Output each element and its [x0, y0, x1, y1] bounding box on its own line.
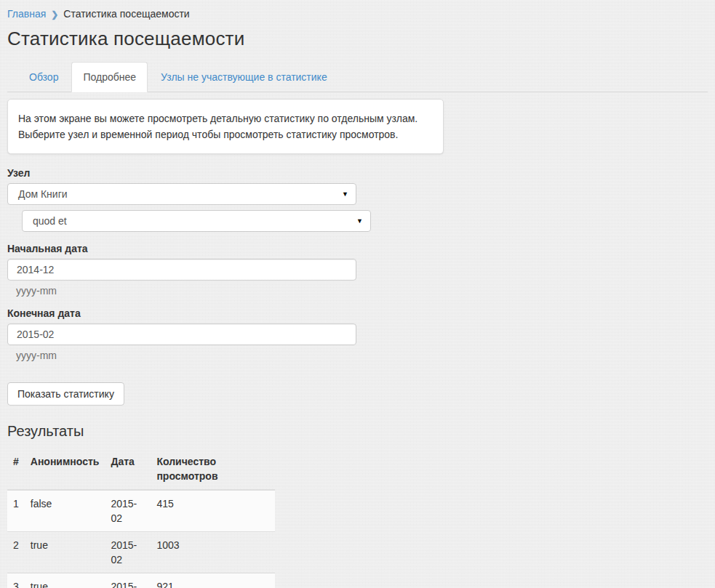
breadcrumb-home-link[interactable]: Главная	[7, 8, 46, 20]
start-date-group: Начальная дата yyyy-mm	[7, 243, 708, 297]
table-header-row: # Анонимность Дата Количество просмотров	[7, 448, 275, 490]
results-table-body: 1false2015-024152true2015-0210033true201…	[7, 490, 275, 588]
info-box-line1: На этом экране вы можете просмотреть дет…	[18, 110, 433, 126]
table-cell: 2015-02	[105, 490, 151, 532]
subnode-select[interactable]: quod et ▼	[22, 210, 371, 232]
table-cell: 3	[7, 573, 25, 588]
subnode-select-value: quod et	[33, 215, 67, 227]
tab-excluded-nodes[interactable]: Узлы не участвующие в статистике	[149, 62, 339, 92]
chevron-right-icon: ❯	[51, 9, 58, 20]
chevron-down-icon: ▼	[356, 211, 363, 231]
table-row: 2true2015-021003	[7, 532, 275, 573]
info-box: На этом экране вы можете просмотреть дет…	[7, 99, 444, 154]
table-row: 3true2015-01921	[7, 573, 275, 588]
header-anonymity: Анонимность	[25, 448, 105, 490]
tab-overview-link[interactable]: Обзор	[17, 62, 70, 92]
info-box-line2: Выберите узел и временной период чтобы п…	[18, 126, 433, 142]
chevron-down-icon: ▼	[342, 184, 348, 204]
table-row: 1false2015-02415	[7, 490, 275, 532]
page: Главная❯Статистика посещаемости Статисти…	[0, 0, 715, 588]
tab-details-link[interactable]: Подробнее	[71, 62, 148, 92]
header-view-count: Количество просмотров	[151, 448, 275, 490]
table-cell: false	[25, 490, 105, 532]
table-cell: 1	[7, 490, 25, 532]
tab-excluded-nodes-link[interactable]: Узлы не участвующие в статистике	[149, 62, 339, 92]
show-statistics-button[interactable]: Показать статистику	[7, 382, 124, 406]
breadcrumb: Главная❯Статистика посещаемости	[7, 8, 708, 20]
table-cell: 2015-01	[105, 573, 151, 588]
node-label: Узел	[7, 167, 708, 179]
statistics-form: Узел Дом Книги ▼ quod et ▼ Начальная дат…	[7, 167, 708, 406]
table-cell: true	[25, 532, 105, 573]
tab-details[interactable]: Подробнее	[71, 62, 148, 92]
header-number: #	[7, 448, 25, 490]
tab-overview[interactable]: Обзор	[17, 62, 70, 92]
start-date-input[interactable]	[7, 259, 356, 281]
tab-bar: Обзор Подробнее Узлы не участвующие в ст…	[7, 62, 708, 92]
page-title: Статистика посещаемости	[7, 28, 708, 50]
table-cell: 1003	[151, 532, 275, 573]
end-date-group: Конечная дата yyyy-mm	[7, 307, 708, 361]
node-select-value: Дом Книги	[18, 188, 68, 200]
node-group: Узел Дом Книги ▼ quod et ▼	[7, 167, 708, 232]
results-table: # Анонимность Дата Количество просмотров…	[7, 448, 275, 588]
results-table-head: # Анонимность Дата Количество просмотров	[7, 448, 275, 490]
start-date-label: Начальная дата	[7, 243, 708, 254]
table-cell: 2015-02	[105, 532, 151, 573]
table-cell: 921	[151, 573, 275, 588]
node-select[interactable]: Дом Книги ▼	[7, 183, 356, 205]
end-date-input[interactable]	[7, 323, 356, 345]
breadcrumb-current: Статистика посещаемости	[63, 8, 189, 20]
end-date-format-hint: yyyy-mm	[16, 350, 708, 361]
start-date-format-hint: yyyy-mm	[16, 285, 708, 297]
results-title: Результаты	[7, 423, 708, 440]
header-date: Дата	[105, 448, 151, 490]
end-date-label: Конечная дата	[7, 307, 708, 319]
table-cell: 2	[7, 532, 25, 573]
table-cell: true	[25, 573, 105, 588]
table-cell: 415	[151, 490, 275, 532]
